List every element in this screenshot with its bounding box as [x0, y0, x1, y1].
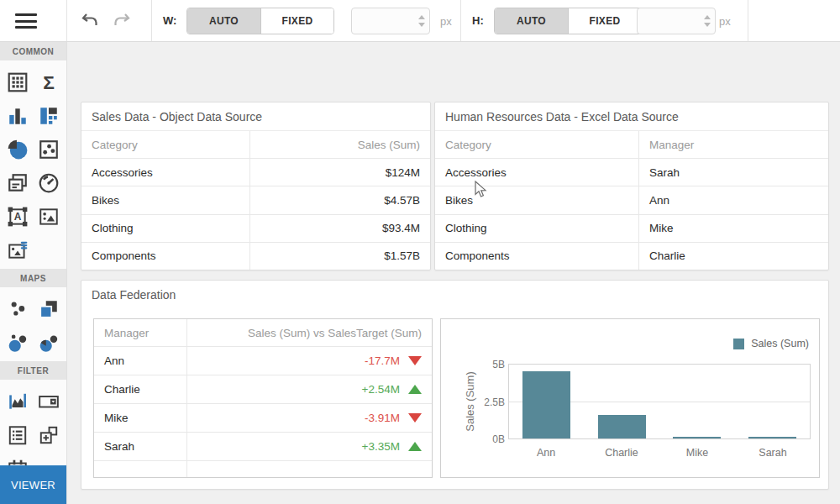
width-spinner-arrows[interactable] [414, 15, 429, 27]
text-box-icon: A [7, 206, 29, 228]
toolbox-sidebar: COMMON Σ [0, 42, 67, 504]
tree-view-item-button[interactable] [33, 418, 64, 452]
width-mode-toggle: AUTO FIXED [186, 8, 334, 34]
tree-view-icon [38, 424, 60, 446]
bar-mike [673, 437, 721, 438]
table-row: Components $1.57B [81, 243, 430, 270]
y-axis-tick: 2.5B [476, 396, 505, 408]
column-header: Sales (Sum) vs SalesTarget (Sum) [187, 319, 432, 346]
treemap-item-button[interactable] [33, 99, 64, 133]
table-row: Clothing $93.4M [81, 215, 430, 243]
x-axis-label: Charlie [584, 447, 659, 459]
trend-triangle-icon [408, 356, 422, 365]
height-value-input[interactable] [637, 8, 716, 34]
treemap-icon [38, 105, 60, 127]
scatter-chart-item-button[interactable] [33, 133, 64, 166]
bubble-map-icon [7, 332, 29, 354]
value-cell: $1.57B [250, 243, 430, 270]
delta-value: -3.91M [365, 412, 400, 424]
image-item-button[interactable] [33, 200, 64, 234]
table-row: Bikes $4.57B [81, 186, 430, 214]
table-row: Components Charlie [435, 243, 828, 270]
category-cell: Bikes [435, 186, 639, 213]
menu-icon[interactable] [15, 12, 37, 30]
sales-bar-chart[interactable]: Sales (Sum) Sales (Sum) 5B 2.5B 0B Ann C… [440, 318, 820, 478]
chart-item-button[interactable] [2, 99, 33, 133]
combo-box-item-button[interactable] [33, 385, 64, 418]
legend-label: Sales (Sum) [751, 338, 809, 349]
sales-grid-caption: Sales Data - Object Data Source [81, 102, 430, 131]
pie-map-item-button[interactable] [33, 326, 64, 360]
category-cell: Accessories [435, 159, 639, 186]
geo-point-map-item-button[interactable] [2, 292, 33, 326]
column-header: Category [81, 131, 250, 158]
gauges-item-button[interactable] [33, 166, 64, 200]
value-cell: $124M [250, 159, 430, 186]
redo-icon [111, 11, 133, 31]
delta-cell: +3.35M [187, 433, 432, 460]
toolbar-divider [748, 0, 748, 41]
range-filter-icon [7, 391, 29, 412]
image-icon [38, 206, 60, 228]
cards-item-button[interactable] [2, 166, 33, 200]
bound-image-item-button[interactable] [2, 234, 33, 267]
section-header-common: COMMON [0, 42, 66, 60]
table-row: Charlie +2.54M [94, 375, 432, 404]
grid-item-button[interactable] [2, 66, 33, 99]
scatter-chart-icon [38, 139, 60, 160]
pivot-sigma-icon: Σ [38, 71, 60, 93]
x-axis-labels: Ann Charlie Mike Sarah [508, 447, 811, 459]
manager-cell: Ann [94, 347, 187, 375]
common-tools: Σ [0, 60, 66, 269]
width-fixed-button[interactable]: FIXED [260, 8, 333, 34]
list-box-icon [7, 424, 29, 446]
sales-grid-header: Category Sales (Sum) [81, 131, 430, 159]
legend-swatch [733, 339, 744, 349]
height-auto-button[interactable]: AUTO [495, 8, 568, 34]
width-auto-button[interactable]: AUTO [187, 8, 260, 34]
svg-text:A: A [13, 211, 21, 223]
pies-item-button[interactable] [2, 133, 33, 166]
hr-grid-panel[interactable]: Human Resources Data - Excel Data Source… [434, 102, 829, 270]
trend-triangle-icon [408, 385, 422, 394]
choropleth-map-item-button[interactable] [33, 292, 64, 326]
plot-area [508, 364, 811, 439]
manager-cell: Charlie [94, 375, 187, 403]
table-row: Bikes Ann [435, 186, 828, 214]
table-row: Sarah +3.35M [94, 433, 432, 461]
range-filter-item-button[interactable] [2, 385, 33, 418]
pivot-item-button[interactable]: Σ [33, 66, 64, 99]
bubble-map-item-button[interactable] [2, 326, 33, 360]
width-value-input[interactable] [351, 8, 430, 34]
sales-grid-panel[interactable]: Sales Data - Object Data Source Category… [81, 102, 431, 270]
table-row: Mike -3.91M [94, 404, 432, 433]
delta-value: +3.35M [362, 440, 400, 453]
manager-cell: Sarah [639, 159, 828, 186]
viewer-button[interactable]: VIEWER [0, 465, 66, 504]
data-federation-panel[interactable]: Data Federation Manager Sales (Sum) vs S… [81, 280, 829, 490]
column-header: Manager [94, 319, 187, 346]
undo-button[interactable] [77, 8, 102, 34]
bar-ann [522, 371, 570, 438]
toolbar-divider [460, 0, 461, 41]
category-cell: Bikes [81, 186, 250, 213]
height-value-field[interactable] [638, 15, 700, 28]
y-axis-title: Sales (Sum) [464, 371, 476, 432]
list-box-item-button[interactable] [2, 418, 33, 452]
hr-grid-caption: Human Resources Data - Excel Data Source [435, 102, 828, 131]
category-cell: Accessories [81, 159, 250, 186]
height-fixed-button[interactable]: FIXED [568, 8, 641, 34]
bound-image-icon [7, 239, 29, 261]
delta-value: -17.7M [365, 354, 400, 367]
width-value-field[interactable] [352, 15, 414, 28]
bar-chart-icon [7, 105, 29, 127]
height-unit-label: px [719, 15, 731, 28]
toolbar: W: AUTO FIXED px H: AUTO FIXED px [0, 0, 840, 42]
trend-triangle-icon [408, 442, 422, 451]
height-spinner-arrows[interactable] [700, 15, 715, 27]
text-box-item-button[interactable]: A [2, 200, 33, 234]
pie-map-icon [38, 332, 60, 354]
section-header-maps: MAPS [0, 269, 66, 287]
value-cell: $4.57B [250, 186, 430, 213]
redo-button[interactable] [109, 8, 134, 34]
